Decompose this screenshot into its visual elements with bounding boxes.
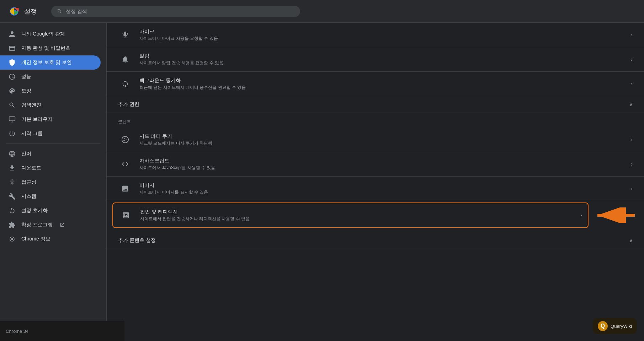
globe-icon — [9, 150, 16, 157]
svg-point-11 — [126, 140, 127, 141]
microphone-text: 마이크 사이트에서 마이크 사용을 요청할 수 있음 — [139, 28, 631, 42]
sidebar-item-label: 기본 브라우저 — [21, 116, 53, 123]
sidebar-item-language[interactable]: 언어 — [0, 147, 101, 161]
search-input[interactable] — [66, 9, 294, 14]
cookie-icon — [118, 132, 132, 147]
wrench-icon — [9, 193, 16, 200]
images-desc: 사이트에서 이미지를 표시할 수 있음 — [139, 189, 631, 195]
popups-title: 팝업 및 리디렉션 — [140, 209, 580, 215]
settings-item-cookies[interactable]: 서드 파티 쿠키 시크릿 모드에서는 타사 쿠키가 차단됨 › — [107, 128, 644, 152]
shield-icon — [9, 59, 16, 66]
extra-permissions-header[interactable]: 추가 권한 ∨ — [107, 96, 644, 113]
external-link-icon — [60, 222, 65, 227]
sidebar-item-label: 시작 그룹 — [21, 130, 43, 137]
sidebar-item-accessibility[interactable]: 접근성 — [0, 175, 101, 189]
notifications-title: 알림 — [139, 53, 631, 59]
sync-icon — [118, 77, 132, 91]
sidebar-item-label: 설정 초기화 — [21, 207, 48, 214]
sidebar-item-autofill[interactable]: 자동 완성 및 비밀번호 — [0, 41, 101, 55]
notifications-arrow: › — [631, 56, 633, 62]
svg-point-7 — [11, 238, 13, 240]
sidebar-item-privacy[interactable]: 개인 정보 보호 및 보안 — [0, 55, 101, 70]
extra-content-settings-label: 추가 콘텐츠 설정 — [118, 237, 629, 244]
javascript-desc: 사이트에서 JavaScript를 사용할 수 있음 — [139, 165, 631, 171]
settings-item-images[interactable]: 이미지 사이트에서 이미지를 표시할 수 있음 › — [107, 177, 644, 201]
header: 설정 — [0, 0, 644, 23]
sidebar-item-startup[interactable]: 시작 그룹 — [0, 126, 101, 141]
sidebar-item-label: 자동 완성 및 비밀번호 — [21, 45, 70, 52]
watermark-logo: Q — [598, 321, 608, 331]
power-icon — [9, 130, 16, 137]
settings-item-javascript[interactable]: 자바스크립트 사이트에서 JavaScript를 사용할 수 있음 › — [107, 152, 644, 177]
accessibility-icon — [9, 179, 16, 186]
cookies-desc: 시크릿 모드에서는 타사 쿠키가 차단됨 — [139, 140, 631, 146]
sidebar-item-reset[interactable]: 설정 초기화 — [0, 204, 101, 218]
person-icon — [9, 31, 16, 38]
puzzle-icon — [9, 221, 16, 228]
svg-point-13 — [123, 140, 124, 141]
sidebar-item-label: Chrome 정보 — [21, 236, 50, 242]
orange-arrow-annotation — [592, 207, 638, 223]
content-area: 마이크 사이트에서 마이크 사용을 요청할 수 있음 › 알림 사이트에서 알림… — [107, 23, 644, 341]
settings-item-notifications[interactable]: 알림 사이트에서 알림 전송 허용을 요청할 수 있음 › — [107, 47, 644, 72]
sidebar-item-label: 접근성 — [21, 179, 36, 185]
microphone-arrow: › — [631, 32, 633, 38]
extra-content-settings-header[interactable]: 추가 콘텐츠 설정 ∨ — [107, 232, 644, 249]
settings-item-background-sync[interactable]: 백그라운드 동기화 최근에 닫은 사이트에서 데이터 송수신을 완료할 수 있음… — [107, 72, 644, 96]
sidebar-item-label: 언어 — [21, 151, 31, 157]
download-icon — [9, 164, 16, 172]
sidebar-item-search[interactable]: 검색엔진 — [0, 98, 101, 112]
sidebar-item-label: 모양 — [21, 88, 31, 94]
svg-point-9 — [124, 138, 125, 139]
javascript-text: 자바스크립트 사이트에서 JavaScript를 사용할 수 있음 — [139, 158, 631, 171]
settings-item-popups[interactable]: 팝업 및 리디렉션 사이트에서 팝업을 전송하거나 리디렉션을 사용할 수 없음… — [112, 202, 589, 228]
background-sync-title: 백그라운드 동기화 — [139, 77, 631, 84]
bottom-bar: Chrome 34 — [0, 321, 124, 341]
image-icon — [118, 182, 132, 196]
popups-arrow: › — [580, 212, 582, 218]
images-title: 이미지 — [139, 182, 631, 189]
content-section-label: 콘텐츠 — [107, 113, 644, 128]
svg-point-8 — [122, 136, 128, 143]
sidebar-divider — [6, 144, 101, 144]
bell-icon — [118, 52, 132, 66]
search-engine-icon — [9, 102, 16, 109]
sidebar-item-label: 다운로드 — [21, 165, 41, 171]
chrome-logo-icon — [9, 6, 20, 17]
cookies-title: 서드 파티 쿠키 — [139, 133, 631, 140]
palette-icon — [9, 87, 16, 94]
javascript-arrow: › — [631, 161, 633, 167]
chrome-info-icon — [9, 236, 16, 243]
browser-icon — [9, 116, 16, 123]
popups-desc: 사이트에서 팝업을 전송하거나 리디렉션을 사용할 수 없음 — [140, 216, 580, 222]
bottom-bar-text: Chrome 34 — [6, 329, 28, 334]
code-icon — [118, 157, 132, 171]
sidebar-item-performance[interactable]: 성능 — [0, 70, 101, 84]
sidebar-item-about[interactable]: Chrome 정보 — [0, 232, 101, 246]
extra-permissions-label: 추가 권한 — [118, 101, 629, 108]
search-bar[interactable] — [51, 6, 300, 17]
cookies-arrow: › — [631, 137, 633, 142]
sidebar-item-download[interactable]: 다운로드 — [0, 161, 101, 175]
sidebar-item-label: 개인 정보 보호 및 보안 — [21, 59, 72, 66]
background-sync-desc: 최근에 닫은 사이트에서 데이터 송수신을 완료할 수 있음 — [139, 85, 631, 91]
javascript-title: 자바스크립트 — [139, 158, 631, 164]
settings-item-microphone[interactable]: 마이크 사이트에서 마이크 사용을 요청할 수 있음 › — [107, 23, 644, 47]
images-text: 이미지 사이트에서 이미지를 표시할 수 있음 — [139, 182, 631, 195]
background-sync-arrow: › — [631, 81, 633, 87]
search-icon — [57, 9, 62, 14]
images-arrow: › — [631, 186, 633, 191]
watermark-text: QueryWiki — [611, 324, 632, 329]
reset-icon — [9, 207, 16, 214]
sidebar-item-browser[interactable]: 기본 브라우저 — [0, 112, 101, 126]
sidebar-item-appearance[interactable]: 모양 — [0, 84, 101, 98]
page-title: 설정 — [24, 7, 37, 16]
sidebar-item-label: 나와 Google의 관계 — [21, 31, 65, 37]
sidebar-item-profile[interactable]: 나와 Google의 관계 — [0, 27, 101, 41]
gauge-icon — [9, 73, 16, 80]
sidebar-item-label: 시스템 — [21, 193, 36, 200]
sidebar-item-system[interactable]: 시스템 — [0, 189, 101, 204]
sidebar-item-extensions[interactable]: 확장 프로그램 — [0, 218, 101, 232]
notifications-text: 알림 사이트에서 알림 전송 허용을 요청할 수 있음 — [139, 53, 631, 66]
svg-point-5 — [11, 179, 12, 180]
